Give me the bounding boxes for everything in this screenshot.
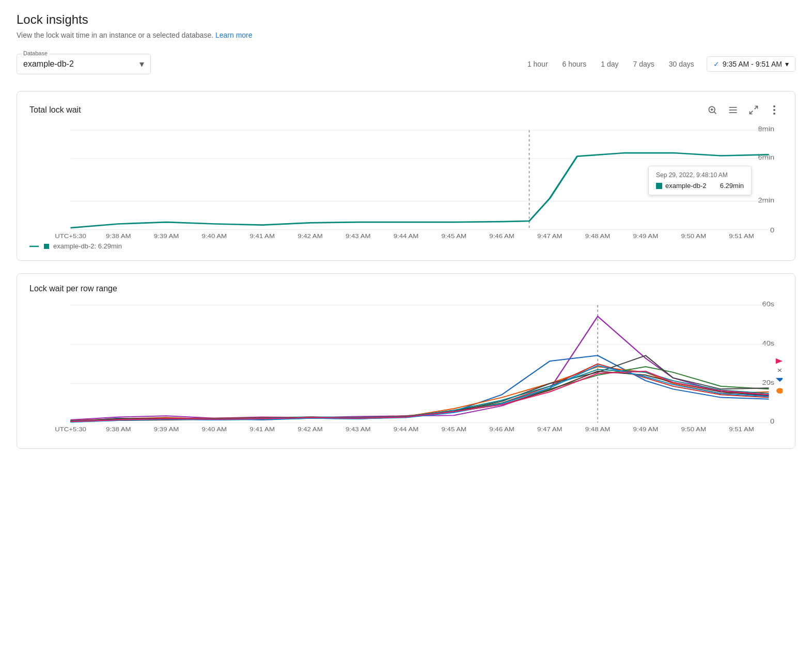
chart1-legend-button[interactable] bbox=[725, 102, 741, 118]
chart2-svg: 60s 40s 20s 0 bbox=[29, 300, 783, 434]
svg-text:0: 0 bbox=[770, 418, 774, 425]
svg-text:9:42 AM: 9:42 AM bbox=[298, 233, 323, 238]
svg-line-7 bbox=[755, 106, 758, 109]
svg-text:9:43 AM: 9:43 AM bbox=[346, 233, 371, 238]
svg-text:9:40 AM: 9:40 AM bbox=[202, 233, 227, 238]
legend-line-icon bbox=[29, 244, 42, 249]
chart1-zoom-button[interactable] bbox=[704, 102, 721, 118]
svg-text:9:46 AM: 9:46 AM bbox=[489, 233, 514, 238]
svg-marker-46 bbox=[776, 358, 783, 364]
svg-text:9:44 AM: 9:44 AM bbox=[394, 426, 419, 433]
time-1day-button[interactable]: 1 day bbox=[595, 57, 624, 71]
svg-text:2min: 2min bbox=[758, 197, 775, 204]
svg-point-10 bbox=[773, 109, 775, 111]
svg-text:9:49 AM: 9:49 AM bbox=[633, 233, 659, 238]
svg-text:9:48 AM: 9:48 AM bbox=[585, 233, 611, 238]
svg-line-8 bbox=[750, 111, 753, 114]
svg-text:9:43 AM: 9:43 AM bbox=[346, 426, 371, 433]
svg-text:9:40 AM: 9:40 AM bbox=[202, 426, 227, 433]
page-subtitle: View the lock wait time in an instance o… bbox=[17, 31, 795, 39]
database-value[interactable]: example-db-2 ▾ bbox=[23, 56, 144, 70]
chart1-legend-label: example-db-2: 6.29min bbox=[53, 242, 122, 250]
svg-text:9:38 AM: 9:38 AM bbox=[106, 233, 131, 238]
total-lock-wait-card: Total lock wait bbox=[17, 91, 795, 261]
controls-row: Database example-db-2 ▾ 1 hour 6 hours 1… bbox=[17, 54, 795, 74]
svg-line-1 bbox=[714, 112, 716, 114]
svg-text:9:48 AM: 9:48 AM bbox=[585, 426, 611, 433]
svg-text:9:50 AM: 9:50 AM bbox=[681, 426, 706, 433]
page-title: Lock insights bbox=[17, 12, 795, 27]
svg-text:9:41 AM: 9:41 AM bbox=[249, 233, 275, 238]
svg-text:9:45 AM: 9:45 AM bbox=[441, 426, 466, 433]
svg-text:9:46 AM: 9:46 AM bbox=[489, 426, 514, 433]
time-1hour-button[interactable]: 1 hour bbox=[521, 57, 554, 71]
chart1-area: 8min 6min 2min 0 UTC+5:30 9:38 AM 9:39 A… bbox=[29, 124, 783, 238]
svg-text:✕: ✕ bbox=[777, 367, 783, 374]
svg-text:9:41 AM: 9:41 AM bbox=[249, 426, 275, 433]
svg-marker-48 bbox=[776, 378, 783, 382]
svg-text:9:45 AM: 9:45 AM bbox=[442, 233, 467, 238]
svg-text:9:44 AM: 9:44 AM bbox=[394, 233, 419, 238]
svg-text:9:39 AM: 9:39 AM bbox=[154, 233, 179, 238]
learn-more-link[interactable]: Learn more bbox=[215, 31, 253, 39]
svg-text:9:50 AM: 9:50 AM bbox=[681, 233, 706, 238]
chart1-actions bbox=[704, 102, 783, 118]
lock-wait-per-row-card: Lock wait per row range 60s 40s 20s 0 bbox=[17, 273, 795, 449]
chart1-header: Total lock wait bbox=[29, 102, 783, 118]
svg-text:9:47 AM: 9:47 AM bbox=[537, 426, 563, 433]
time-30days-button[interactable]: 30 days bbox=[663, 57, 700, 71]
svg-text:9:38 AM: 9:38 AM bbox=[106, 426, 131, 433]
svg-text:9:47 AM: 9:47 AM bbox=[537, 233, 563, 238]
svg-text:9:39 AM: 9:39 AM bbox=[154, 426, 179, 433]
chart1-expand-button[interactable] bbox=[745, 102, 762, 118]
chart1-legend: example-db-2: 6.29min bbox=[29, 242, 783, 250]
svg-text:UTC+5:30: UTC+5:30 bbox=[55, 426, 86, 433]
time-6hours-button[interactable]: 6 hours bbox=[556, 57, 593, 71]
database-label: Database bbox=[22, 50, 49, 56]
svg-point-11 bbox=[773, 113, 775, 115]
svg-text:20s: 20s bbox=[762, 379, 775, 386]
chart1-title: Total lock wait bbox=[29, 105, 81, 115]
svg-text:8min: 8min bbox=[758, 125, 775, 133]
chart2-title: Lock wait per row range bbox=[29, 284, 117, 293]
svg-text:9:51 AM: 9:51 AM bbox=[729, 426, 754, 433]
legend-sq-icon bbox=[44, 244, 49, 249]
time-controls: 1 hour 6 hours 1 day 7 days 30 days ✓ 9:… bbox=[521, 56, 795, 72]
svg-point-49 bbox=[776, 388, 783, 394]
svg-point-9 bbox=[773, 105, 775, 107]
svg-text:60s: 60s bbox=[762, 301, 775, 307]
chart1-more-button[interactable] bbox=[766, 102, 783, 118]
svg-text:0: 0 bbox=[770, 227, 774, 234]
range-dropdown-icon: ▾ bbox=[785, 60, 789, 68]
chart1-svg: 8min 6min 2min 0 UTC+5:30 9:38 AM 9:39 A… bbox=[29, 124, 783, 238]
time-7days-button[interactable]: 7 days bbox=[627, 57, 661, 71]
svg-text:9:42 AM: 9:42 AM bbox=[298, 426, 323, 433]
chart2-area: 60s 40s 20s 0 bbox=[29, 300, 783, 434]
svg-text:9:51 AM: 9:51 AM bbox=[729, 233, 754, 238]
svg-text:9:49 AM: 9:49 AM bbox=[633, 426, 659, 433]
svg-text:UTC+5:30: UTC+5:30 bbox=[55, 233, 86, 238]
dropdown-arrow-icon: ▾ bbox=[139, 58, 144, 70]
svg-text:40s: 40s bbox=[762, 340, 775, 347]
check-icon: ✓ bbox=[713, 60, 720, 68]
chart2-header: Lock wait per row range bbox=[29, 284, 783, 293]
time-range-button[interactable]: ✓ 9:35 AM - 9:51 AM ▾ bbox=[707, 56, 795, 72]
database-select[interactable]: Database example-db-2 ▾ bbox=[17, 54, 151, 74]
